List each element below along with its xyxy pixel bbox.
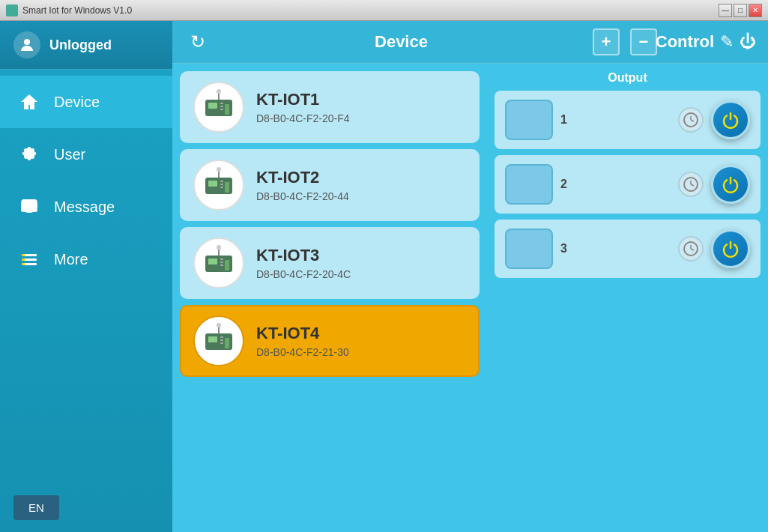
window-controls[interactable]: — □ ✕ (719, 4, 762, 17)
sidebar-message-label: Message (54, 199, 115, 216)
svg-point-15 (217, 89, 221, 94)
output-row-1: 1 (495, 91, 761, 149)
device-info-1: KT-IOT1 D8-B0-4C-F2-20-F4 (256, 90, 466, 124)
device-card-2[interactable]: KT-IOT2 D8-B0-4C-F2-20-44 (180, 149, 480, 221)
home-icon (16, 89, 42, 115)
output-indicator-2 (505, 164, 553, 205)
device-card-3[interactable]: KT-IOT3 D8-B0-4C-F2-20-4C (180, 227, 480, 299)
device-name-2: KT-IOT2 (256, 168, 466, 187)
device-list: KT-IOT1 D8-B0-4C-F2-20-F4 (172, 64, 487, 532)
output-section: Output 1 (487, 64, 768, 285)
close-button[interactable]: ✕ (749, 4, 762, 17)
remove-device-button[interactable]: − (630, 28, 657, 55)
output-num-2: 2 (560, 178, 671, 191)
maximize-button[interactable]: □ (734, 4, 747, 17)
svg-rect-19 (220, 181, 223, 182)
device-mac-2: D8-B0-4C-F2-20-44 (256, 190, 466, 202)
device-info-4: KT-IOT4 D8-B0-4C-F2-21-30 (256, 324, 466, 358)
sidebar-header: Unlogged (0, 21, 172, 70)
message-icon (16, 194, 42, 220)
control-panel: Output 1 (487, 64, 768, 532)
content-area: ↻ Device + − Control ✎ ⏻ (172, 21, 768, 532)
sidebar-item-device[interactable]: Device (0, 76, 172, 128)
svg-rect-13 (220, 109, 223, 110)
device-section-title: Device (220, 32, 582, 52)
device-thumb-4 (193, 315, 244, 366)
svg-rect-20 (220, 184, 223, 185)
svg-rect-36 (220, 339, 223, 341)
content-body: KT-IOT1 D8-B0-4C-F2-20-F4 (172, 64, 768, 532)
clock-icon-2[interactable] (678, 172, 704, 197)
clock-icon-1[interactable] (678, 107, 704, 133)
svg-rect-35 (220, 336, 223, 338)
output-num-3: 3 (560, 242, 671, 256)
svg-rect-26 (208, 259, 217, 265)
svg-line-46 (691, 184, 694, 186)
svg-rect-32 (225, 260, 229, 270)
app-icon (6, 4, 18, 16)
sidebar-more-label: More (54, 251, 88, 268)
svg-rect-34 (208, 336, 217, 342)
power-button-2[interactable] (711, 165, 750, 204)
svg-rect-18 (208, 181, 217, 187)
svg-line-43 (691, 120, 694, 121)
svg-rect-21 (220, 187, 223, 188)
power-header-button[interactable]: ⏻ (740, 28, 756, 55)
clock-icon-3[interactable] (678, 236, 704, 262)
svg-rect-27 (220, 259, 223, 260)
svg-rect-28 (220, 262, 223, 263)
device-card-4[interactable]: KT-IOT4 D8-B0-4C-F2-21-30 (180, 305, 480, 377)
device-name-3: KT-IOT3 (256, 246, 466, 265)
device-thumb-1 (193, 82, 244, 133)
svg-line-49 (691, 249, 694, 250)
device-thumb-3 (193, 238, 244, 288)
svg-rect-7 (22, 259, 25, 261)
refresh-button[interactable]: ↻ (184, 28, 211, 55)
sidebar-item-message[interactable]: Message (0, 181, 172, 233)
output-label: Output (495, 71, 761, 85)
app-title: Smart Iot for Windows V1.0 (22, 5, 132, 16)
more-icon (16, 247, 42, 272)
sidebar-device-label: Device (54, 94, 100, 111)
svg-point-0 (24, 39, 30, 45)
svg-point-23 (217, 167, 221, 172)
power-button-3[interactable] (711, 229, 750, 268)
add-device-button[interactable]: + (593, 28, 620, 55)
title-bar: Smart Iot for Windows V1.0 — □ ✕ (0, 0, 768, 21)
sidebar-nav: Device User (0, 70, 172, 483)
svg-rect-16 (225, 104, 229, 115)
output-row-2: 2 (495, 155, 761, 214)
title-bar-left: Smart Iot for Windows V1.0 (6, 4, 132, 16)
device-card-1[interactable]: KT-IOT1 D8-B0-4C-F2-20-F4 (180, 71, 480, 143)
device-info-2: KT-IOT2 D8-B0-4C-F2-20-44 (256, 168, 466, 202)
sidebar-item-more[interactable]: More (0, 233, 172, 285)
device-thumb-2 (193, 160, 244, 211)
control-section-title: Control (656, 32, 714, 52)
output-rows: 1 (495, 91, 761, 278)
device-name-1: KT-IOT1 (256, 90, 466, 109)
device-mac-3: D8-B0-4C-F2-20-4C (256, 268, 466, 280)
svg-rect-24 (225, 182, 229, 193)
sidebar-item-user[interactable]: User (0, 128, 172, 181)
svg-point-31 (217, 245, 221, 250)
device-name-4: KT-IOT4 (256, 324, 466, 343)
svg-rect-29 (220, 265, 223, 266)
svg-rect-8 (22, 263, 25, 265)
minimize-button[interactable]: — (719, 4, 732, 17)
output-num-1: 1 (560, 113, 671, 127)
output-indicator-1 (505, 100, 553, 140)
svg-rect-40 (225, 338, 229, 348)
output-row-3: 3 (495, 220, 761, 278)
svg-rect-11 (220, 103, 223, 104)
svg-point-39 (217, 323, 221, 327)
gear-icon (16, 142, 42, 167)
sidebar: Unlogged Device Us (0, 21, 172, 532)
edit-button[interactable]: ✎ (720, 28, 734, 55)
device-mac-1: D8-B0-4C-F2-20-F4 (256, 112, 466, 124)
device-info-3: KT-IOT3 D8-B0-4C-F2-20-4C (256, 246, 466, 280)
svg-rect-37 (220, 342, 223, 344)
avatar-icon (13, 31, 40, 58)
power-button-1[interactable] (711, 100, 750, 139)
language-button[interactable]: EN (13, 495, 59, 520)
main-layout: Unlogged Device Us (0, 21, 768, 532)
